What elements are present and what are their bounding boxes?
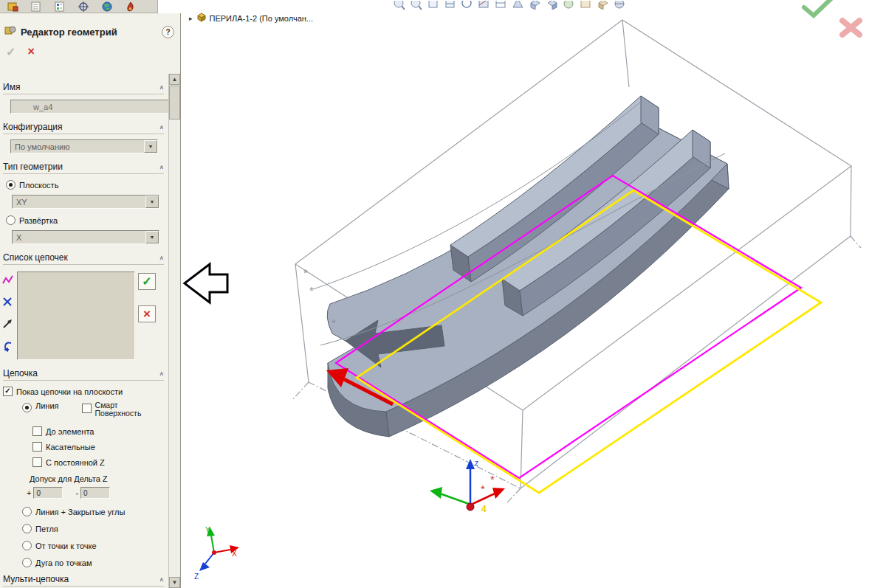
zoom-area-icon[interactable]: [427, 0, 439, 10]
smart-surface-label-line2: Поверхность: [95, 409, 142, 418]
show-chain-checkbox[interactable]: ✓: [3, 387, 13, 396]
chain-deselect-icon[interactable]: [1, 296, 14, 308]
dropdown-arrow-icon[interactable]: ▼: [144, 140, 157, 153]
zoom-fit-icon[interactable]: [410, 0, 422, 10]
delta-z-plus-input[interactable]: [33, 487, 63, 499]
smart-surface-label: Смарт Поверхность: [95, 401, 142, 418]
delta-z-minus-input[interactable]: [80, 487, 110, 499]
section-header-chain[interactable]: Цепочка ∧: [3, 368, 164, 381]
zoom-icon[interactable]: [393, 0, 405, 10]
panel-content: Имя ∧ Конфигурация ∧ По умолчанию ▼: [0, 74, 168, 588]
collapse-chevron-icon[interactable]: ∧: [159, 124, 164, 131]
section-header-multi-chain[interactable]: Мульти-цепочка ∧: [3, 574, 164, 587]
app-toolbar: [0, 0, 158, 13]
loop-radio[interactable]: [22, 524, 32, 533]
line-corners-radio[interactable]: [22, 507, 32, 516]
unfold-radio-row[interactable]: Развёртка: [6, 215, 168, 225]
const-z-checkbox[interactable]: [32, 457, 42, 467]
document-tree-icon[interactable]: [49, 1, 70, 13]
breadcrumb-label[interactable]: ПЕРИЛА-1-2 (По умолчан...: [210, 14, 314, 23]
configuration-select[interactable]: По умолчанию ▼: [10, 139, 158, 153]
line-radio[interactable]: [22, 403, 32, 412]
dropdown-arrow-icon[interactable]: ▼: [145, 196, 159, 208]
crosshair-icon[interactable]: [73, 1, 94, 13]
to-element-checkbox[interactable]: [32, 426, 42, 436]
hide-show-icon[interactable]: [580, 0, 592, 10]
collapse-chevron-icon[interactable]: ∧: [159, 164, 164, 170]
section-title: Цепочка: [3, 368, 38, 378]
selected-configuration: По умолчанию: [11, 142, 144, 151]
section-view-icon[interactable]: [478, 0, 490, 10]
view-cube-icon[interactable]: [529, 0, 541, 10]
tangent-row[interactable]: Касательные: [32, 442, 168, 452]
collapse-chevron-icon[interactable]: ∧: [159, 576, 164, 583]
section-name: Имя ∧: [0, 82, 168, 114]
svg-text:*: *: [481, 482, 485, 495]
unfold-radio[interactable]: [6, 215, 16, 225]
document-icon[interactable]: [26, 1, 47, 13]
collapse-chevron-icon[interactable]: ∧: [159, 370, 164, 377]
point-to-point-row[interactable]: От точки к точке: [22, 541, 168, 550]
appearance-icon[interactable]: [597, 0, 609, 10]
cancel-icon[interactable]: ×: [27, 45, 34, 58]
section-title: Список цепочек: [3, 252, 68, 263]
panel-actions: ✓ ×: [0, 39, 180, 60]
globe-icon[interactable]: [97, 1, 117, 13]
geometry-editor-panel: Редактор геометрий ? ✓ × Имя ∧ Конфигура…: [0, 13, 181, 588]
postprocess-icon[interactable]: [120, 1, 141, 13]
plane-radio-row[interactable]: Плоскость: [6, 180, 168, 190]
panel-title: Редактор геометрий: [21, 27, 117, 38]
rotate-icon[interactable]: [461, 0, 473, 10]
shaded-view-icon[interactable]: [512, 0, 524, 10]
part-model[interactable]: [327, 96, 729, 437]
section-header-geometry-type[interactable]: Тип геометрии ∧: [3, 162, 164, 174]
scroll-down-button[interactable]: ▼: [169, 577, 180, 588]
dropdown-arrow-icon[interactable]: ▼: [145, 231, 159, 243]
ok-icon[interactable]: ✓: [6, 45, 16, 59]
chain-reverse-icon[interactable]: [1, 318, 14, 331]
viewport-close-icon[interactable]: [842, 21, 859, 35]
arc-by-points-radio[interactable]: [22, 558, 32, 567]
chain-listbox[interactable]: [17, 271, 135, 360]
chain-list-area: ✓ ×: [1, 271, 167, 360]
point-to-point-radio[interactable]: [22, 541, 32, 550]
expander-icon[interactable]: ▸: [189, 15, 193, 22]
line-corners-row[interactable]: Линия + Закрытые углы: [22, 507, 168, 516]
name-input[interactable]: [10, 100, 168, 114]
smart-surface-checkbox[interactable]: [82, 404, 92, 413]
wireframe-icon[interactable]: [495, 0, 507, 10]
help-icon[interactable]: ?: [162, 26, 174, 38]
const-z-label: С постоянной Z: [46, 458, 105, 467]
arc-by-points-row[interactable]: Дуга по точкам: [22, 558, 168, 567]
scene-settings-icon[interactable]: [614, 0, 626, 10]
section-chain-list: Список цепочек ∧ ✓ ×: [0, 252, 168, 360]
const-z-row[interactable]: С постоянной Z: [32, 457, 168, 467]
chain-pick-icon[interactable]: [1, 274, 14, 286]
plane-radio[interactable]: [6, 180, 16, 190]
chain-tools: [1, 271, 14, 360]
cam-module-icon[interactable]: [2, 1, 23, 13]
plane-select[interactable]: XY ▼: [12, 195, 159, 209]
unfold-select[interactable]: X ▼: [12, 230, 159, 244]
panel-header: Редактор геометрий ?: [0, 13, 180, 39]
chain-cancel-button[interactable]: ×: [138, 305, 156, 322]
chain-confirm-button[interactable]: ✓: [138, 273, 156, 290]
panel-scrollbar[interactable]: ▲ ▼: [168, 74, 180, 588]
section-header-name[interactable]: Имя ∧: [3, 82, 164, 94]
pan-icon[interactable]: [444, 0, 456, 10]
loop-row[interactable]: Петля: [22, 524, 168, 533]
section-header-chain-list[interactable]: Список цепочек ∧: [3, 252, 164, 265]
display-style-icon[interactable]: [563, 0, 575, 10]
section-header-configuration[interactable]: Конфигурация ∧: [3, 122, 164, 134]
scrollbar-thumb[interactable]: [169, 86, 180, 120]
collapse-chevron-icon[interactable]: ∧: [159, 255, 164, 261]
view-orientation-icon[interactable]: [546, 0, 558, 10]
show-chain-row[interactable]: ✓ Показ цепочки на плоскости: [3, 387, 168, 396]
scroll-up-button[interactable]: ▲: [169, 74, 180, 85]
to-element-row[interactable]: До элемента: [32, 426, 168, 436]
tangent-checkbox[interactable]: [32, 442, 42, 452]
collapse-chevron-icon[interactable]: ∧: [159, 84, 164, 91]
undo-icon[interactable]: [1, 340, 14, 353]
viewport-confirm-check-icon[interactable]: [804, 0, 832, 15]
origin-z-label: z: [475, 459, 478, 467]
